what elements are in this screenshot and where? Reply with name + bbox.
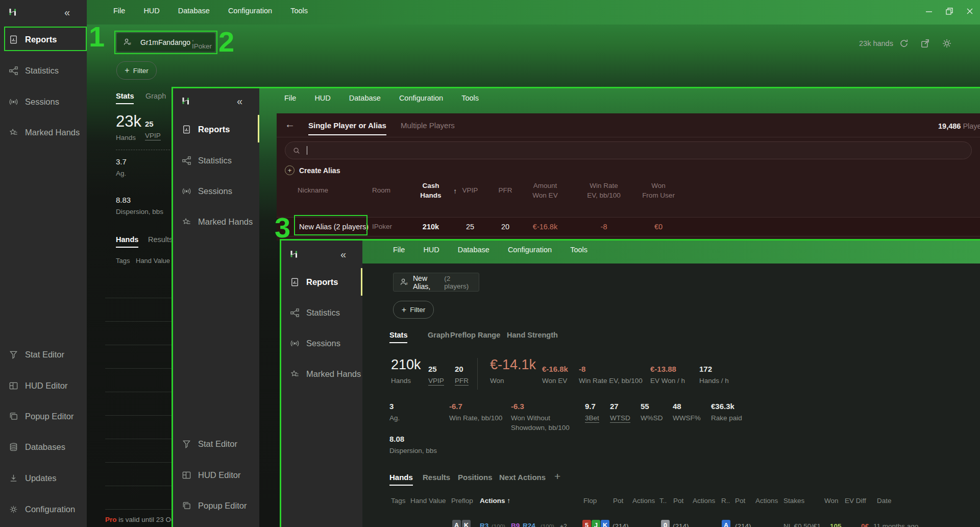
collapse-sidebar-icon[interactable]: «: [64, 7, 70, 17]
sidebar-item-configuration[interactable]: Configuration: [9, 501, 75, 517]
table-row[interactable]: [105, 463, 172, 486]
sidebar-item-stat-editor[interactable]: Stat Editor: [9, 347, 64, 362]
table-row-alias[interactable]: New Alias (2 players) IPoker 210k 25 20 …: [277, 217, 980, 236]
menu-file[interactable]: File: [393, 246, 405, 254]
tab-results[interactable]: Results: [148, 235, 173, 244]
menu-configuration[interactable]: Configuration: [228, 7, 272, 15]
search-input[interactable]: [285, 141, 972, 159]
sidebar-item-sessions[interactable]: Sessions: [290, 336, 340, 351]
menu-tools[interactable]: Tools: [290, 7, 308, 15]
table-row[interactable]: [105, 439, 172, 463]
menu-tools[interactable]: Tools: [570, 246, 587, 254]
tab-stats[interactable]: Stats: [389, 331, 407, 343]
tab-preflop-range[interactable]: Preflop Range: [450, 331, 500, 339]
col-actions-river[interactable]: Actions: [755, 497, 778, 505]
close-icon[interactable]: [963, 4, 977, 18]
restore-icon[interactable]: [942, 4, 957, 18]
menu-file[interactable]: File: [113, 7, 125, 15]
tab-single-player[interactable]: Single Player or Alias: [308, 121, 386, 135]
col-pot-turn[interactable]: Pot: [673, 497, 683, 505]
col-won-from-user[interactable]: WonFrom User: [633, 181, 684, 200]
col-flop[interactable]: Flop: [583, 497, 597, 505]
col-tags[interactable]: Tags: [116, 257, 130, 265]
menu-configuration[interactable]: Configuration: [508, 246, 552, 254]
col-ev-diff[interactable]: EV Diff: [845, 497, 866, 505]
col-cash-hands[interactable]: CashHands ↑: [412, 181, 450, 200]
col-actions-sort[interactable]: Actions ↑: [480, 497, 510, 505]
sidebar-item-databases[interactable]: Databases: [9, 439, 65, 454]
collapse-sidebar-icon[interactable]: «: [340, 249, 346, 259]
col-river[interactable]: R..: [721, 497, 730, 505]
tab-positions[interactable]: Positions: [458, 473, 493, 482]
collapse-sidebar-icon[interactable]: «: [237, 96, 242, 106]
table-row[interactable]: [105, 345, 172, 369]
gear-icon[interactable]: [941, 38, 952, 49]
tab-multiple-players[interactable]: Multiple Players: [401, 121, 455, 130]
tab-stats[interactable]: Stats: [116, 92, 134, 104]
sidebar-item-popup-editor[interactable]: Popup Editor: [182, 498, 247, 513]
table-row[interactable]: [105, 392, 172, 416]
col-actions-flop[interactable]: Actions: [632, 497, 655, 505]
sidebar-item-marked-hands[interactable]: Marked Hands: [290, 366, 361, 381]
table-row[interactable]: [105, 369, 172, 392]
menu-file[interactable]: File: [284, 94, 296, 102]
col-preflop[interactable]: Preflop: [451, 497, 473, 505]
col-pot-river[interactable]: Pot: [735, 497, 745, 505]
sidebar-item-reports[interactable]: Reports: [290, 274, 338, 290]
menu-hud[interactable]: HUD: [143, 7, 159, 15]
col-date[interactable]: Date: [877, 497, 892, 505]
alias-chip[interactable]: # New Alias, (2 players): [393, 273, 479, 292]
sidebar-item-sessions[interactable]: Sessions: [9, 94, 59, 109]
col-amount-won-ev[interactable]: AmountWon EV: [525, 181, 566, 200]
tab-graph[interactable]: Graph: [145, 92, 166, 100]
sidebar-item-statistics[interactable]: Statistics: [182, 153, 232, 168]
tab-graph[interactable]: Graph: [428, 331, 450, 339]
menu-database[interactable]: Database: [349, 94, 381, 102]
minimize-icon[interactable]: [922, 4, 936, 18]
refresh-icon[interactable]: [898, 38, 910, 49]
menu-configuration[interactable]: Configuration: [399, 94, 443, 102]
sidebar-item-reports[interactable]: Reports: [182, 122, 230, 137]
create-alias-button[interactable]: + Create Alias: [285, 165, 340, 175]
table-row[interactable]: [105, 416, 172, 439]
add-tab-icon[interactable]: +: [554, 470, 560, 483]
sidebar-item-statistics[interactable]: Statistics: [290, 305, 340, 320]
col-tags[interactable]: Tags: [391, 497, 406, 505]
table-row[interactable]: [105, 322, 172, 345]
table-row[interactable]: [105, 298, 172, 322]
col-room[interactable]: Room: [372, 185, 390, 195]
open-new-window-icon[interactable]: [920, 38, 931, 49]
col-hand-value[interactable]: Hand Value: [136, 257, 170, 265]
sidebar-item-updates[interactable]: Updates: [9, 470, 56, 486]
col-win-rate-ev[interactable]: Win RateEV, bb/100: [578, 181, 629, 200]
col-pfr[interactable]: PFR: [490, 185, 521, 195]
tab-hand-strength[interactable]: Hand Strength: [507, 331, 558, 339]
filter-button[interactable]: + Filter: [116, 61, 157, 80]
sidebar-item-popup-editor[interactable]: Popup Editor: [9, 409, 74, 424]
menu-hud[interactable]: HUD: [423, 246, 439, 254]
sidebar-item-stat-editor[interactable]: Stat Editor: [182, 436, 237, 451]
sidebar-item-marked-hands[interactable]: Marked Hands: [182, 214, 253, 229]
menu-database[interactable]: Database: [178, 7, 210, 15]
col-vpip[interactable]: VPIP: [455, 185, 485, 195]
sidebar-item-statistics[interactable]: Statistics: [9, 63, 59, 78]
col-turn[interactable]: T..: [659, 497, 667, 505]
sidebar-item-sessions[interactable]: Sessions: [182, 183, 232, 199]
sidebar-item-hud-editor[interactable]: HUD Editor: [9, 378, 67, 393]
tab-next-actions[interactable]: Next Actions: [499, 473, 546, 482]
menu-hud[interactable]: HUD: [314, 94, 330, 102]
menu-tools[interactable]: Tools: [461, 94, 479, 102]
back-icon[interactable]: ←: [285, 118, 295, 130]
table-row[interactable]: [105, 275, 172, 298]
sidebar-item-hud-editor[interactable]: HUD Editor: [182, 467, 240, 483]
col-pot-flop[interactable]: Pot: [613, 497, 623, 505]
tab-results[interactable]: Results: [423, 473, 450, 482]
filter-button[interactable]: + Filter: [393, 301, 434, 319]
tab-hands[interactable]: Hands: [116, 235, 138, 248]
menu-database[interactable]: Database: [458, 246, 489, 254]
col-hand-value[interactable]: Hand Value: [410, 497, 446, 505]
sidebar-item-marked-hands[interactable]: Marked Hands: [9, 125, 80, 140]
col-won[interactable]: Won: [824, 497, 839, 505]
tab-hands[interactable]: Hands: [389, 473, 413, 486]
table-row[interactable]: [105, 486, 172, 510]
